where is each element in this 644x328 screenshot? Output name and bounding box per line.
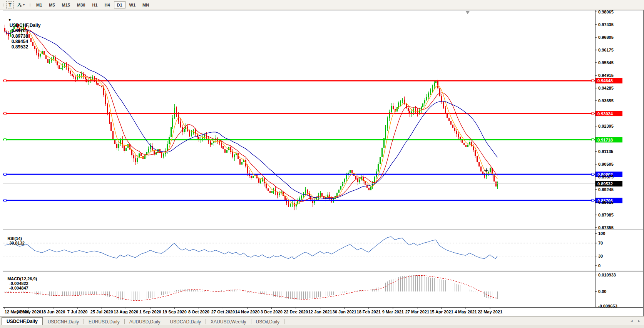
timeframe-button-m15[interactable]: M15 [59, 1, 73, 8]
tab-scroll-controls: ◂ ▸ [631, 318, 640, 323]
svg-text:18 Feb 2021: 18 Feb 2021 [357, 310, 381, 314]
timeframe-button-group: M1M5M15M30H1H4D1W1MN [33, 1, 152, 8]
chart-tabs: USDCHF,DailyUSDCNH,DailyEURUSD,DailyAUDU… [0, 317, 284, 325]
svg-text:0.90505: 0.90505 [598, 162, 614, 166]
tab-usoil-daily[interactable]: USOil,Daily [251, 318, 284, 325]
text-tool-button[interactable]: T [6, 1, 14, 8]
svg-text:0.87355: 0.87355 [598, 225, 614, 230]
svg-text:0.96805: 0.96805 [598, 35, 614, 40]
svg-text:14 Nov 2020: 14 Nov 2020 [235, 310, 260, 314]
chart-dropdown-icon[interactable]: ▼ [8, 18, 12, 22]
toolbar-grip-handle[interactable] [2, 2, 4, 8]
swap-arrows-icon [17, 2, 22, 8]
svg-text:0.87985: 0.87985 [598, 213, 614, 217]
svg-text:27 Oct 2020: 27 Oct 2020 [211, 310, 235, 314]
timeframe-button-mn[interactable]: MN [139, 1, 152, 8]
mt4-terminal: { "toolbar": { "text_tool_label": "T", "… [0, 0, 644, 328]
bar-low-value: 0.89454 [12, 39, 28, 44]
bar-close-value: 0.89532 [12, 44, 28, 50]
timeframe-button-w1[interactable]: W1 [126, 1, 139, 8]
svg-text:0.94915: 0.94915 [598, 73, 614, 78]
svg-text:0.89875: 0.89875 [598, 175, 614, 179]
svg-text:19 Sep 2020: 19 Sep 2020 [162, 310, 187, 314]
timeframe-button-m5[interactable]: M5 [46, 1, 58, 8]
svg-text:7 Jul 2020: 7 Jul 2020 [67, 310, 88, 314]
svg-text:22 Dec 2020: 22 Dec 2020 [284, 310, 308, 314]
rsi-indicator-label: RSI(14) 30.8132 [5, 231, 25, 245]
svg-text:12 Jan 2021: 12 Jan 2021 [308, 310, 332, 314]
svg-text:0: 0 [598, 263, 601, 268]
svg-text:0.97435: 0.97435 [598, 22, 614, 27]
toolbar-grip-handle[interactable] [29, 2, 31, 8]
macd-name: MACD(12,26,9) [7, 276, 37, 281]
chart-tab-bar: USDCHF,DailyUSDCNH,DailyEURUSD,DailyAUDU… [0, 316, 644, 325]
tab-scroll-right-icon[interactable]: ▸ [638, 318, 640, 323]
status-bar [0, 325, 644, 328]
tab-audusd-daily[interactable]: AUDUSD,Daily [125, 318, 165, 325]
svg-text:8 Oct 2020: 8 Oct 2020 [188, 310, 209, 314]
svg-text:0.96175: 0.96175 [598, 48, 614, 52]
tab-xauusd-weekly[interactable]: XAUUSD,Weekly [206, 318, 251, 325]
timeframe-button-h1[interactable]: H1 [89, 1, 100, 8]
svg-text:0.010933: 0.010933 [598, 273, 616, 277]
svg-text:30 Jan 2021: 30 Jan 2021 [333, 310, 356, 314]
bar-open-value: 0.89701 [12, 28, 28, 33]
svg-text:70: 70 [598, 241, 603, 245]
svg-text:30 May 2020: 30 May 2020 [17, 310, 41, 314]
bar-high-value: 0.89738 [12, 33, 28, 39]
svg-text:0.88615: 0.88615 [598, 200, 614, 205]
svg-text:0.98065: 0.98065 [598, 10, 614, 14]
svg-text:0.92395: 0.92395 [598, 124, 614, 128]
tab-usdchf-daily[interactable]: USDCHF,Daily [2, 317, 43, 325]
svg-text:0.95545: 0.95545 [598, 60, 614, 65]
svg-text:4 May 2021: 4 May 2021 [455, 310, 477, 314]
rsi-value: 30.8132 [9, 241, 25, 245]
chevron-down-icon: ▾ [23, 3, 25, 7]
macd-indicator-label: MACD(12,26,9) -0.004822 -0.004847 [5, 272, 37, 290]
svg-text:30: 30 [598, 254, 603, 258]
svg-text:25 Jul 2020: 25 Jul 2020 [90, 310, 113, 314]
svg-text:0.94285: 0.94285 [598, 86, 614, 90]
svg-text:15 Apr 2021: 15 Apr 2021 [430, 310, 453, 314]
rsi-name: RSI(14) [7, 236, 22, 241]
timeframe-button-h4[interactable]: H4 [101, 1, 113, 8]
svg-text:0.93655: 0.93655 [598, 98, 614, 103]
svg-text:22 May 2021: 22 May 2021 [478, 310, 502, 314]
svg-text:100: 100 [598, 231, 605, 236]
svg-text:3 Dec 2020: 3 Dec 2020 [261, 310, 283, 314]
tab-usdcad-daily[interactable]: USDCAD,Daily [165, 318, 206, 325]
macd-value: -0.004822 [9, 281, 28, 286]
timeframe-button-m30[interactable]: M30 [74, 1, 88, 8]
tab-usdcnh-daily[interactable]: USDCNH,Daily [43, 318, 84, 325]
top-toolbar: T ▾ M1M5M15M30H1H4D1W1MN [0, 0, 644, 10]
svg-text:13 Aug 2020: 13 Aug 2020 [114, 310, 138, 314]
chart-objects-button[interactable]: ▾ [15, 1, 27, 8]
timeframe-button-m1[interactable]: M1 [33, 1, 45, 8]
svg-text:-0.009653: -0.009653 [598, 304, 617, 308]
svg-text:0.89245: 0.89245 [598, 187, 614, 192]
macd-signal-value: -0.004847 [9, 286, 28, 290]
tab-divider [284, 319, 284, 324]
tab-scroll-left-icon[interactable]: ◂ [631, 318, 633, 323]
svg-text:0.91135: 0.91135 [598, 149, 613, 154]
svg-text:9 Mar 2021: 9 Mar 2021 [382, 310, 404, 314]
timeframe-button-d1[interactable]: D1 [114, 1, 125, 8]
svg-text:18 Jun 2020: 18 Jun 2020 [41, 310, 65, 314]
svg-text:0.93024: 0.93024 [597, 112, 613, 116]
svg-text:0.91718: 0.91718 [597, 138, 613, 142]
svg-text:0.94648: 0.94648 [597, 78, 613, 83]
tab-eurusd-daily[interactable]: EURUSD,Daily [84, 318, 124, 325]
chart-symbol-period: USDCHF,Daily [10, 23, 41, 28]
svg-text:1 Sep 2020: 1 Sep 2020 [139, 310, 161, 314]
price-chart-canvas[interactable]: 0.946480.930240.917180.900020.887060.895… [0, 0, 644, 316]
svg-text:0.00: 0.00 [598, 289, 606, 294]
svg-text:27 Mar 2021: 27 Mar 2021 [405, 310, 429, 314]
svg-text:0.89532: 0.89532 [597, 181, 613, 186]
chart-title[interactable]: ▼ USDCHF,Daily 0.89701 0.89738 0.89454 0… [5, 12, 40, 50]
current-price-label: 0.89532 [595, 181, 622, 186]
